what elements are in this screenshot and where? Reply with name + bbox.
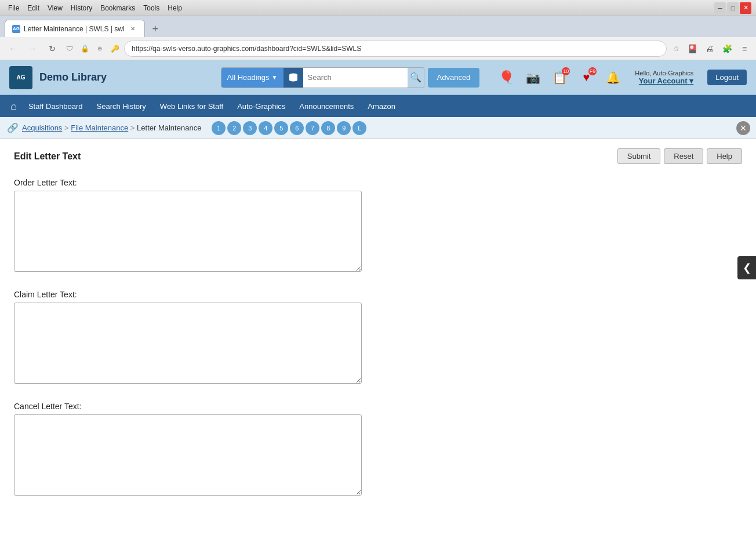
menu-icon[interactable]: ≡ [737,42,751,56]
breadcrumb-num-1[interactable]: 1 [212,121,226,135]
list-icon-button[interactable]: 📋 10 [549,67,570,88]
address-input[interactable] [124,41,667,57]
search-area: All Headings ▼ 🔍 Advanced [221,67,480,88]
breadcrumb-num-5[interactable]: 5 [274,121,288,135]
account-greeting: Hello, Auto-Graphics [635,70,693,77]
minimize-button[interactable]: ─ [714,2,726,14]
nav-staff-dashboard[interactable]: Staff Dashboard [23,99,89,114]
search-icon: 🔍 [410,72,421,82]
logout-button[interactable]: Logout [707,70,747,85]
nav-web-links[interactable]: Web Links for Staff [154,99,229,114]
reload-button[interactable]: ↻ [44,41,60,57]
breadcrumb-letter-maintenance: Letter Maintenance [137,123,201,132]
help-button[interactable]: Help [707,148,742,164]
pocket-icon[interactable]: 🎴 [685,42,699,56]
dropdown-arrow-icon: ▼ [272,74,278,81]
balloon-icon-button[interactable]: 🎈 [496,67,517,88]
menu-file[interactable]: File [5,3,23,13]
database-icon-button[interactable] [284,68,303,88]
browser-action-icons: 🎴 🖨 🧩 ≡ [685,42,751,56]
app-title: Demo Library [39,71,107,83]
cancel-letter-label: Cancel Letter Text: [14,402,742,411]
browser-titlebar: File Edit View History Bookmarks Tools H… [0,0,756,16]
heart-badge: F9 [588,67,597,75]
order-letter-textarea[interactable] [14,191,362,272]
submit-button[interactable]: Submit [617,148,660,164]
menu-tools[interactable]: Tools [140,3,163,13]
active-tab[interactable]: AG Letter Maintenance | SWLS | swl ✕ [5,20,145,37]
proxy-icon: ⊕ [94,43,106,54]
camera-icon-button[interactable]: 📷 [522,67,543,88]
menu-bookmarks[interactable]: Bookmarks [97,3,139,13]
headings-label: All Headings [227,73,270,82]
tab-favicon: AG [12,25,20,33]
list-badge: 10 [562,67,570,75]
order-letter-label: Order Letter Text: [14,178,742,187]
forward-button[interactable]: → [24,41,41,57]
cancel-letter-section: Cancel Letter Text: [14,402,742,497]
back-arrow-button[interactable]: ❮ [737,256,756,279]
nav-amazon[interactable]: Amazon [362,99,401,114]
bookmark-star-icon[interactable]: ☆ [670,43,682,54]
content-header: Edit Letter Text Submit Reset Help [14,148,742,164]
breadcrumb-num-8[interactable]: 8 [321,121,335,135]
address-bar: ← → ↻ 🛡 🔒 ⊕ 🔑 ☆ 🎴 🖨 🧩 ≡ [0,37,756,60]
shield-icon: 🛡 [64,43,75,54]
print-icon[interactable]: 🖨 [703,42,717,56]
home-icon[interactable]: ⌂ [7,100,20,112]
breadcrumb-num-6[interactable]: 6 [290,121,304,135]
bell-icon-button[interactable]: 🔔 [602,67,623,88]
breadcrumb-num-4[interactable]: 4 [259,121,272,135]
breadcrumb-acquisitions[interactable]: Acquisitions [22,123,62,132]
advanced-search-button[interactable]: Advanced [428,68,480,88]
order-letter-section: Order Letter Text: [14,178,742,274]
breadcrumb-bar: 🔗 Acquisitions > File Maintenance > Lett… [0,117,756,139]
breadcrumb-num-7[interactable]: 7 [306,121,319,135]
account-link[interactable]: Your Account ▾ [635,77,693,85]
reset-button[interactable]: Reset [664,148,703,164]
tab-close-icon[interactable]: ✕ [128,24,137,34]
browser-controls[interactable]: ─ □ ✕ [714,2,751,14]
breadcrumb-close-button[interactable]: ✕ [736,121,750,135]
database-icon [288,72,299,83]
content-area: Edit Letter Text Submit Reset Help Order… [0,139,756,523]
search-button[interactable]: 🔍 [408,72,424,83]
cancel-letter-textarea[interactable] [14,414,362,496]
nav-search-history[interactable]: Search History [91,99,152,114]
menu-view[interactable]: View [44,3,66,13]
lock-icon: 🔒 [79,43,90,54]
header-right-icons: 🎈 📷 📋 10 ♥ F9 🔔 [496,67,623,88]
nav-auto-graphics[interactable]: Auto-Graphics [231,99,291,114]
account-dropdown-icon: ▾ [689,77,693,85]
extension-icon[interactable]: 🧩 [720,42,734,56]
search-input[interactable] [303,68,408,88]
breadcrumb-letter-l[interactable]: L [352,121,366,135]
bell-icon: 🔔 [606,71,620,85]
balloon-icon: 🎈 [499,70,514,85]
claim-letter-section: Claim Letter Text: [14,290,742,385]
breadcrumb-num-9[interactable]: 9 [337,121,351,135]
breadcrumb-num-2[interactable]: 2 [227,121,241,135]
menu-help[interactable]: Help [164,3,186,13]
tab-label: Letter Maintenance | SWLS | swl [24,25,125,33]
close-button[interactable]: ✕ [740,2,751,14]
menu-history[interactable]: History [67,3,96,13]
nav-announcements[interactable]: Announcements [293,99,359,114]
page-title: Edit Letter Text [14,151,81,162]
new-tab-button[interactable]: + [147,21,163,37]
breadcrumb-numbers: 1 2 3 4 5 6 7 8 9 L [212,121,366,135]
search-dropdown[interactable]: All Headings ▼ [221,68,284,88]
account-section[interactable]: Hello, Auto-Graphics Your Account ▾ [635,70,693,85]
key-icon: 🔑 [109,43,121,54]
camera-icon: 📷 [526,71,540,85]
claim-letter-label: Claim Letter Text: [14,290,742,299]
content-actions: Submit Reset Help [617,148,742,164]
breadcrumb-file-maintenance[interactable]: File Maintenance [71,123,128,132]
back-button[interactable]: ← [5,41,21,57]
claim-letter-textarea[interactable] [14,303,362,384]
breadcrumb-num-3[interactable]: 3 [243,121,257,135]
menu-edit[interactable]: Edit [24,3,43,13]
browser-menu[interactable]: File Edit View History Bookmarks Tools H… [5,3,186,13]
heart-icon-button[interactable]: ♥ F9 [576,67,597,88]
maximize-button[interactable]: □ [727,2,739,14]
